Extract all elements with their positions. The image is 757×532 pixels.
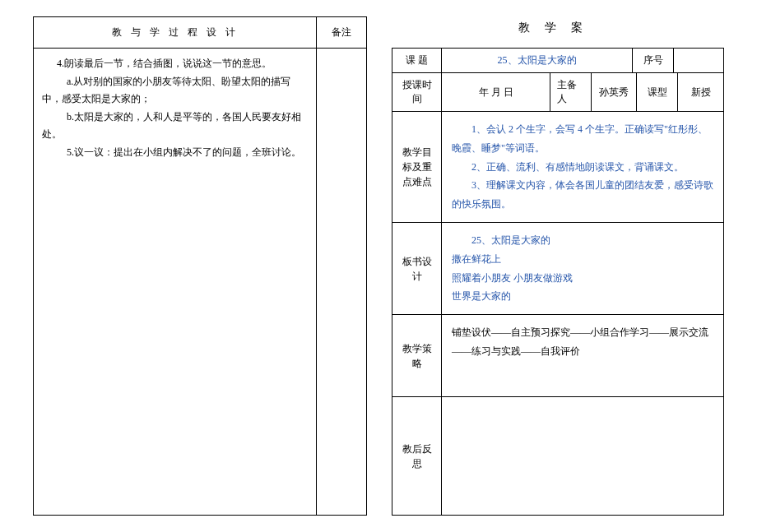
left-body: 4.朗读最后一节，结合插图，说说这一节的意思。 a.从对别的国家的小朋友等待太阳… [34,49,366,515]
preparer-label: 主备人 [550,73,592,111]
topic-value: 25、太阳是大家的 [442,49,633,72]
right-page: 教学案 课 题 25、太阳是大家的 序号 授课时间 年 月 日 主备人 孙英秀 … [392,16,724,516]
board-content: 25、太阳是大家的 撒在鲜花上 照耀着小朋友 小朋友做游戏 世界是大家的 [442,223,723,314]
row-topic: 课 题 25、太阳是大家的 序号 [392,49,723,73]
target-line-2: 2、正确、流利、有感情地朗读课文，背诵课文。 [452,158,713,177]
paragraph-4b: b.太阳是大家的，人和人是平等的，各国人民要友好相处。 [42,109,308,144]
left-page: 教 与 学 过 程 设 计 备注 4.朗读最后一节，结合插图，说说这一节的意思。… [33,16,367,516]
row-teach-time: 授课时间 年 月 日 主备人 孙英秀 课型 新授 [392,73,723,112]
left-sidebar [317,49,366,515]
paragraph-4: 4.朗读最后一节，结合插图，说说这一节的意思。 [42,55,308,73]
paragraph-5: 5.议一议：提出在小组内解决不了的问题，全班讨论。 [42,144,308,162]
sequence-label: 序号 [633,49,674,72]
paragraph-4a: a.从对别的国家的小朋友等待太阳、盼望太阳的描写中，感受太阳是大家的； [42,73,308,109]
class-type-label: 课型 [637,73,678,111]
board-label: 板书设计 [392,223,442,314]
row-reflect: 教后反思 [392,397,723,515]
target-line-3: 3、理解课文内容，体会各国儿童的团结友爱，感受诗歌的快乐氛围。 [452,176,713,214]
strategy-label: 教学策略 [392,315,442,396]
sequence-value [674,49,723,72]
board-line-3: 照耀着小朋友 小朋友做游戏 [452,269,713,288]
board-line-2: 撒在鲜花上 [452,250,713,269]
topic-label: 课 题 [392,49,442,72]
target-line-1: 1、会认 2 个生字，会写 4 个生字。正确读写"红彤彤、晚霞、睡梦"等词语。 [452,120,713,158]
left-content: 4.朗读最后一节，结合插图，说说这一节的意思。 a.从对别的国家的小朋友等待太阳… [34,49,317,515]
reflect-content [442,397,723,515]
strategy-content: 铺垫设伏——自主预习探究——小组合作学习——展示交流——练习与实践——自我评价 [442,315,723,396]
board-line-4: 世界是大家的 [452,287,713,306]
teach-time-label: 授课时间 [392,73,442,111]
class-type-value: 新授 [678,73,723,111]
targets-content: 1、会认 2 个生字，会写 4 个生字。正确读写"红彤彤、晚霞、睡梦"等词语。 … [442,112,723,222]
row-board: 板书设计 25、太阳是大家的 撒在鲜花上 照耀着小朋友 小朋友做游戏 世界是大家… [392,223,723,315]
preparer-value: 孙英秀 [592,73,637,111]
reflect-label: 教后反思 [392,397,442,515]
left-header-row: 教 与 学 过 程 设 计 备注 [34,17,366,49]
lesson-plan-title: 教学案 [392,16,724,35]
notes-header: 备注 [317,17,366,48]
board-line-1: 25、太阳是大家的 [452,231,713,250]
teach-date: 年 月 日 [442,73,550,111]
row-strategy: 教学策略 铺垫设伏——自主预习探究——小组合作学习——展示交流——练习与实践——… [392,315,723,397]
design-header: 教 与 学 过 程 设 计 [34,17,317,48]
lesson-plan-table: 课 题 25、太阳是大家的 序号 授课时间 年 月 日 主备人 孙英秀 课型 新… [392,48,724,516]
targets-label: 教学目标及重点难点 [392,112,442,222]
row-targets: 教学目标及重点难点 1、会认 2 个生字，会写 4 个生字。正确读写"红彤彤、晚… [392,112,723,223]
